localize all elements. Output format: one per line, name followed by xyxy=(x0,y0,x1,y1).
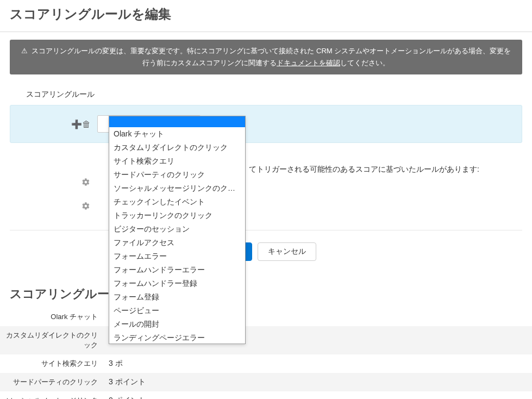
alert-text-before: スコアリングルールの変更は、重要な変更です。特にスコアリングに基づいて接続された… xyxy=(32,47,511,67)
rule-label: サードパーティのクリック xyxy=(0,373,103,391)
table-row: サードパーティのクリック3 ポイント xyxy=(0,373,532,391)
add-rule-icon[interactable]: ➕ xyxy=(71,120,82,129)
dropdown-option[interactable]: ビジターのセッション xyxy=(109,222,245,236)
dropdown-option[interactable]: ページビュー xyxy=(109,304,245,317)
table-row: ソーシャルメッセージリンクのクリック0 ポイント xyxy=(0,391,532,399)
dropdown-option[interactable]: ランディングページエラー xyxy=(109,331,245,344)
dropdown-option[interactable]: カスタムリダイレクトのクリック xyxy=(109,141,245,154)
rule-label: Olark チャット xyxy=(0,308,103,326)
scoring-rules-table: Olark チャット10カスタムリダイレクトのクリック3 ポサイト検索クエリ3 … xyxy=(0,308,532,399)
gear-icon[interactable] xyxy=(82,202,90,210)
table-row: サイト検索クエリ3 ポ xyxy=(0,354,532,373)
dropdown-option[interactable]: フォームエラー xyxy=(109,250,245,263)
rules-table-title: スコアリングルール xyxy=(0,286,532,308)
rule-row: ➕🗑 xyxy=(10,105,522,143)
warning-icon: ⚠ xyxy=(21,45,28,57)
dropdown-option[interactable]: ソーシャルメッセージリンクのクリック xyxy=(109,182,245,195)
dropdown-option[interactable]: ファイルアクセス xyxy=(109,236,245,250)
rule-value: 0 ポイント xyxy=(103,391,532,399)
dropdown-option[interactable]: トラッカーリンクのクリック xyxy=(109,209,245,222)
rule-label: ソーシャルメッセージリンクのクリック xyxy=(0,391,103,399)
page-title: スコアリングルールを編集 xyxy=(0,0,532,32)
rule-value: 3 ポ xyxy=(103,354,532,373)
dropdown-option[interactable]: サイト検索クエリ xyxy=(109,154,245,168)
table-row: Olark チャット10 xyxy=(0,308,532,326)
dropdown-option[interactable]: Olark チャット xyxy=(109,127,245,141)
rule-type-dropdown[interactable]: Olark チャットカスタムリダイレクトのクリックサイト検索クエリサードパーティ… xyxy=(109,116,246,344)
dropdown-option[interactable]: チェックインしたイベント xyxy=(109,195,245,209)
divider xyxy=(0,32,532,32)
alert-doc-link[interactable]: ドキュメントを確認 xyxy=(277,59,340,67)
warning-alert: ⚠ スコアリングルールの変更は、重要な変更です。特にスコアリングに基づいて接続さ… xyxy=(10,40,522,74)
rule-label: サイト検索クエリ xyxy=(0,354,103,373)
dropdown-option[interactable]: フォームハンドラー登録 xyxy=(109,277,245,290)
dropdown-option[interactable]: メールの開封 xyxy=(109,317,245,331)
triggered-rules-info: てトリガーされる可能性のあるスコアに基づいたルールがあります: xyxy=(10,165,522,174)
alert-text-after: してください。 xyxy=(340,59,390,67)
rule-label: カスタムリダイレクトのクリック xyxy=(0,326,103,354)
rule-value: 3 ポイント xyxy=(103,373,532,391)
delete-rule-icon[interactable]: 🗑 xyxy=(82,120,91,129)
dropdown-option[interactable]: フォームハンドラーエラー xyxy=(109,263,245,277)
dropdown-option[interactable]: サードパーティのクリック xyxy=(109,168,245,182)
gear-icon[interactable] xyxy=(82,178,90,186)
cancel-button[interactable]: キャンセル xyxy=(258,242,316,261)
rule-section-label: スコアリングルール xyxy=(0,88,532,105)
dropdown-option[interactable]: フォーム登録 xyxy=(109,290,245,304)
dropdown-option[interactable] xyxy=(109,116,245,127)
table-row: カスタムリダイレクトのクリック3 ポ xyxy=(0,326,532,354)
